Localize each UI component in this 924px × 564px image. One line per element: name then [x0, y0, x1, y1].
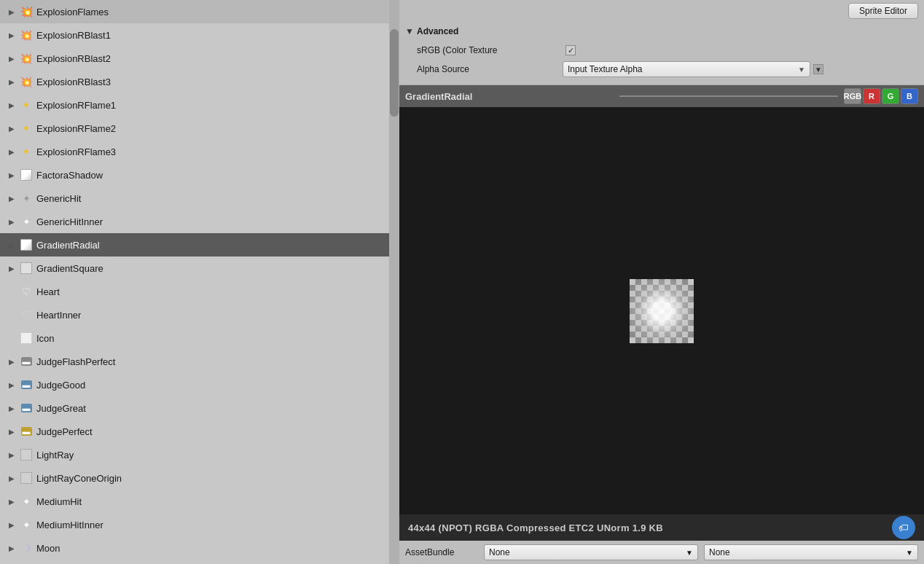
expand-arrow[interactable]: ▶: [6, 99, 17, 111]
tag-icon[interactable]: 🏷: [892, 516, 915, 539]
expand-arrow[interactable]: ▶: [6, 379, 17, 391]
channel-rgb-button[interactable]: RGB: [844, 88, 861, 104]
alpha-source-selected: Input Texture Alpha: [568, 64, 643, 74]
expand-arrow[interactable]: ▶: [6, 146, 17, 157]
tree-item-explosionflames[interactable]: ▶ 💥 ExplosionFlames: [0, 0, 399, 23]
item-icon: 💥: [19, 4, 34, 19]
tree-list: ▶ 💥 ExplosionFlames ▶ 💥 ExplosionRBlast1…: [0, 0, 399, 564]
item-icon: 💥: [19, 51, 34, 66]
tree-item-lightray[interactable]: ▶ LightRay: [0, 443, 399, 466]
expand-arrow[interactable]: ▶: [6, 402, 17, 414]
expand-arrow[interactable]: ▶: [6, 496, 17, 507]
scrollbar-thumb[interactable]: [390, 29, 399, 117]
expand-arrow[interactable]: ▶: [6, 216, 17, 227]
tree-item-icon[interactable]: Icon: [0, 326, 399, 350]
tree-item-heart[interactable]: ♡ Heart: [0, 280, 399, 303]
sprite-editor-button[interactable]: Sprite Editor: [848, 3, 918, 19]
tree-item-explosionrflame1[interactable]: ▶ ✦ ExplosionRFlame1: [0, 93, 399, 117]
expand-arrow[interactable]: ▶: [6, 356, 17, 367]
properties-area: Sprite Editor ▼ Advanced sRGB (Color Tex…: [399, 0, 924, 85]
item-label: MediumHit: [36, 496, 399, 507]
item-icon: ♡: [19, 308, 34, 322]
expand-arrow[interactable]: ▶: [6, 262, 17, 274]
tree-item-judgegreat[interactable]: ▶ ▬ JudgeGreat: [0, 396, 399, 420]
collapse-arrow[interactable]: ▼: [813, 64, 823, 74]
item-label: ExplosionRFlame2: [36, 123, 399, 134]
no-arrow: [6, 286, 17, 297]
expand-arrow[interactable]: ▶: [6, 6, 17, 17]
tree-item-mediumhitinner[interactable]: ▶ ✦ MediumHitInner: [0, 513, 399, 536]
expand-arrow[interactable]: ▶: [6, 519, 17, 530]
expand-arrow[interactable]: ▶: [6, 192, 17, 204]
asset-bundle-dropdown-2[interactable]: None ▼: [704, 544, 918, 560]
expand-arrow[interactable]: ▶: [6, 169, 17, 181]
item-icon: ☽: [19, 541, 34, 555]
bundle-value-2: None: [709, 547, 730, 557]
tree-item-generichit[interactable]: ▶ ✦ GenericHit: [0, 187, 399, 210]
expand-arrow[interactable]: ▶: [6, 239, 17, 251]
expand-arrow[interactable]: ▶: [6, 472, 17, 484]
expand-arrow[interactable]: ▶: [6, 122, 17, 134]
bundle-dropdown-arrow-2: ▼: [906, 549, 913, 557]
item-icon: ▬: [19, 377, 34, 392]
tree-item-mediumhit[interactable]: ▶ ✦ MediumHit: [0, 490, 399, 513]
item-label: JudgePerfect: [36, 426, 399, 437]
item-icon: [19, 168, 34, 182]
item-label: JudgeGood: [36, 380, 399, 391]
tree-item-mooninner[interactable]: ▶ ☽ MoonInner: [0, 560, 399, 564]
srgb-row: sRGB (Color Texture ✓: [405, 41, 918, 60]
tree-item-judgegood[interactable]: ▶ ▬ JudgeGood: [0, 373, 399, 396]
asset-bundle-dropdown-1[interactable]: None ▼: [484, 544, 698, 560]
tree-item-explosionrblast1[interactable]: ▶ 💥 ExplosionRBlast1: [0, 23, 399, 47]
advanced-header: ▼ Advanced: [405, 26, 918, 36]
tree-item-judgeflashperfect[interactable]: ▶ ▬ JudgeFlashPerfect: [0, 350, 399, 373]
item-label: ExplosionFlames: [36, 7, 399, 17]
srgb-label: sRGB (Color Texture: [417, 45, 563, 55]
expand-arrow[interactable]: ▶: [6, 426, 17, 437]
alpha-source-label: Alpha Source: [417, 64, 563, 74]
tree-item-explosionrblast3[interactable]: ▶ 💥 ExplosionRBlast3: [0, 70, 399, 93]
channel-g-button[interactable]: G: [882, 88, 899, 104]
item-label: ExplosionRBlast2: [36, 53, 399, 64]
info-bar: 44x44 (NPOT) RGBA Compressed ETC2 UNorm …: [399, 514, 924, 541]
item-label: MediumHitInner: [36, 520, 399, 530]
expand-arrow[interactable]: ▶: [6, 29, 17, 41]
tree-item-explosionrflame2[interactable]: ▶ ✦ ExplosionRFlame2: [0, 117, 399, 140]
item-icon: ✦: [19, 191, 34, 205]
tree-item-factorashadow[interactable]: ▶ FactoraShadow: [0, 163, 399, 187]
item-icon: ✦: [19, 517, 34, 532]
item-label: LightRayConeOrigin: [36, 473, 399, 484]
channel-b-button[interactable]: B: [901, 88, 918, 104]
tree-item-explosionrflame3[interactable]: ▶ ✦ ExplosionRFlame3: [0, 140, 399, 163]
expand-arrow[interactable]: ▶: [6, 449, 17, 461]
item-icon: ✦: [19, 144, 34, 159]
asset-bundle-label: AssetBundle: [405, 547, 478, 557]
item-label: HeartInner: [36, 310, 399, 321]
item-label: GradientSquare: [36, 263, 399, 274]
alpha-source-dropdown[interactable]: Input Texture Alpha ▼: [563, 61, 810, 77]
alpha-source-value: Input Texture Alpha ▼ ▼: [563, 61, 918, 77]
channel-r-button[interactable]: R: [863, 88, 880, 104]
expand-arrow[interactable]: ▶: [6, 76, 17, 87]
tree-item-lightrayconeorigin[interactable]: ▶ LightRayConeOrigin: [0, 466, 399, 490]
expand-arrow[interactable]: ▶: [6, 52, 17, 64]
tree-item-heartinner[interactable]: ♡ HeartInner: [0, 303, 399, 326]
tree-item-gradientradial[interactable]: ▶ GradientRadial: [0, 233, 399, 256]
tree-item-explosionrblast2[interactable]: ▶ 💥 ExplosionRBlast2: [0, 47, 399, 70]
tree-item-generichitinner[interactable]: ▶ ✦ GenericHitInner: [0, 210, 399, 233]
tree-item-judgeperfect[interactable]: ▶ ▬ JudgePerfect: [0, 420, 399, 443]
expand-arrow[interactable]: ▶: [6, 542, 17, 554]
item-label: Heart: [36, 286, 399, 297]
item-icon: [19, 331, 34, 345]
right-panel: Sprite Editor ▼ Advanced sRGB (Color Tex…: [399, 0, 924, 564]
tree-item-gradientsquare[interactable]: ▶ GradientSquare: [0, 256, 399, 280]
item-icon: ✦: [19, 121, 34, 136]
item-label: LightRay: [36, 450, 399, 461]
advanced-label: Advanced: [417, 26, 458, 36]
item-icon: [19, 238, 34, 252]
advanced-section: ▼ Advanced sRGB (Color Texture ✓ Alpha S…: [405, 23, 918, 82]
tree-item-moon[interactable]: ▶ ☽ Moon: [0, 536, 399, 560]
scrollbar[interactable]: [389, 0, 399, 564]
srgb-checkbox[interactable]: ✓: [565, 45, 576, 55]
item-label: ExplosionRBlast1: [36, 30, 399, 41]
